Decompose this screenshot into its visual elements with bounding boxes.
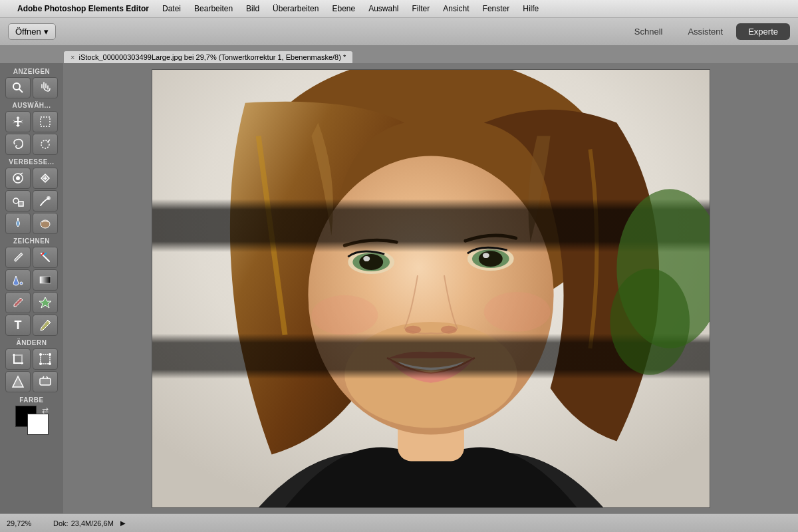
svg-marker-22 <box>13 376 23 387</box>
verbesse-tools-1 <box>3 168 61 189</box>
svg-rect-23 <box>40 378 51 385</box>
svg-line-1 <box>19 89 23 92</box>
hand-tool[interactable] <box>33 77 58 98</box>
svg-point-19 <box>49 353 51 356</box>
zeichnen-tools-3 <box>3 292 61 313</box>
svg-rect-8 <box>19 201 23 206</box>
app-title: Adobe Photoshop Elements Editor <box>12 3 154 15</box>
custom-shape-tool[interactable] <box>33 292 58 313</box>
text-tool[interactable]: T <box>5 315 31 336</box>
color-swatches: ⇄ <box>15 406 49 435</box>
quick-select-tool[interactable] <box>33 134 58 155</box>
eyedropper-tool[interactable] <box>5 292 31 313</box>
marquee-tool[interactable] <box>33 111 58 132</box>
zoom-tool[interactable] <box>5 77 31 98</box>
status-arrow-icon[interactable]: ▶ <box>120 519 126 527</box>
zeichnen-tools-2 <box>3 269 61 291</box>
doc-size: 23,4M/26,6M <box>71 519 114 527</box>
tab-experte[interactable]: Experte <box>736 23 790 40</box>
open-arrow-icon: ▾ <box>44 27 49 37</box>
menu-bild[interactable]: Bild <box>241 3 265 15</box>
tool-panel: ANZEIGEN AUSWÄH... VER <box>0 63 63 513</box>
menu-bar: Adobe Photoshop Elements Editor Datei Be… <box>0 0 798 18</box>
sponge-tool[interactable] <box>33 213 58 234</box>
svg-point-39 <box>482 253 489 258</box>
gradient-tool[interactable] <box>33 269 58 291</box>
aendern-tools-1 <box>3 348 61 370</box>
shape1-tool[interactable] <box>5 371 31 392</box>
status-bar: 29,72% Dok: 23,4M/26,6M ▶ <box>0 513 798 532</box>
svg-point-38 <box>478 251 502 267</box>
portrait-svg <box>152 70 710 507</box>
background-color[interactable] <box>27 414 49 435</box>
transform-tool[interactable] <box>33 348 58 370</box>
verbesse-tools-2 <box>3 190 61 211</box>
menu-datei[interactable]: Datei <box>157 3 186 15</box>
open-button[interactable]: Öffnen ▾ <box>8 23 56 40</box>
section-zeichnen-label: ZEICHNEN <box>3 237 61 245</box>
menu-ansicht[interactable]: Ansicht <box>438 3 474 15</box>
color-section: FARBE ⇄ <box>3 396 61 435</box>
svg-point-41 <box>440 325 456 333</box>
move-tool[interactable] <box>5 111 31 132</box>
menu-ueberarbeiten[interactable]: Überarbeiten <box>267 3 324 15</box>
redeye-fix-tool[interactable] <box>5 168 31 189</box>
paint-bucket-tool[interactable] <box>5 269 31 291</box>
healing-tool[interactable] <box>33 168 58 189</box>
section-verbesse-label: VERBESSE... <box>3 158 61 166</box>
doc-label: Dok: <box>53 519 68 527</box>
menu-auswahl[interactable]: Auswahl <box>363 3 404 15</box>
section-aendern-label: ÄNDERN <box>3 339 61 346</box>
tab-close-icon[interactable]: × <box>70 53 74 61</box>
zeichnen-tools-4: T <box>3 315 61 336</box>
tab-title: iStock_000000303499Large.jpg bei 29,7% (… <box>78 53 346 61</box>
svg-point-14 <box>20 282 23 285</box>
tab-schnell[interactable]: Schnell <box>622 23 675 40</box>
svg-point-7 <box>13 198 19 203</box>
impressionist-tool[interactable] <box>33 247 58 268</box>
auswahl-tools-1 <box>3 111 61 132</box>
document-tab[interactable]: × iStock_000000303499Large.jpg bei 29,7%… <box>63 51 353 63</box>
zoom-level: 29,72% <box>7 519 47 527</box>
verbesse-tools-3 <box>3 213 61 234</box>
svg-rect-2 <box>41 117 50 126</box>
menu-ebene[interactable]: Ebene <box>327 3 360 15</box>
clone-stamp-tool[interactable] <box>5 190 31 211</box>
svg-point-9 <box>47 196 51 200</box>
main-toolbar: Öffnen ▾ Schnell Assistent Experte <box>0 18 798 46</box>
aendern-tools-2 <box>3 371 61 392</box>
smudge-tool[interactable] <box>33 190 58 211</box>
svg-rect-15 <box>40 277 51 283</box>
zeichnen-tools-1 <box>3 247 61 268</box>
tab-assistent[interactable]: Assistent <box>676 23 735 40</box>
menu-fenster[interactable]: Fenster <box>477 3 515 15</box>
menu-filter[interactable]: Filter <box>407 3 436 15</box>
pencil-tool[interactable] <box>33 315 58 336</box>
svg-point-18 <box>39 353 42 356</box>
svg-point-40 <box>405 325 421 333</box>
svg-point-35 <box>363 256 370 261</box>
shape2-tool[interactable] <box>33 371 58 392</box>
menu-hilfe[interactable]: Hilfe <box>517 3 544 15</box>
svg-marker-16 <box>39 297 51 308</box>
svg-point-47 <box>610 269 690 375</box>
canvas-area <box>63 63 798 513</box>
open-label: Öffnen <box>15 27 41 37</box>
lasso-tool[interactable] <box>5 134 31 155</box>
menu-bearbeiten[interactable]: Bearbeiten <box>189 3 238 15</box>
svg-point-43 <box>483 291 550 331</box>
color-label: FARBE <box>19 396 43 404</box>
svg-point-0 <box>13 83 20 90</box>
brush-tool[interactable] <box>5 247 31 268</box>
section-anzeigen-label: ANZEIGEN <box>3 68 61 75</box>
section-auswahl-label: AUSWÄH... <box>3 102 61 109</box>
photo-canvas[interactable] <box>152 69 710 508</box>
anzeigen-tools <box>3 77 61 98</box>
dodge-tool[interactable] <box>5 213 31 234</box>
svg-point-20 <box>39 362 42 365</box>
main-area: ANZEIGEN AUSWÄH... VER <box>0 63 798 513</box>
mode-tabs: Schnell Assistent Experte <box>622 23 790 40</box>
svg-point-21 <box>49 362 51 365</box>
crop-tool[interactable] <box>5 348 31 370</box>
svg-point-34 <box>359 254 383 270</box>
